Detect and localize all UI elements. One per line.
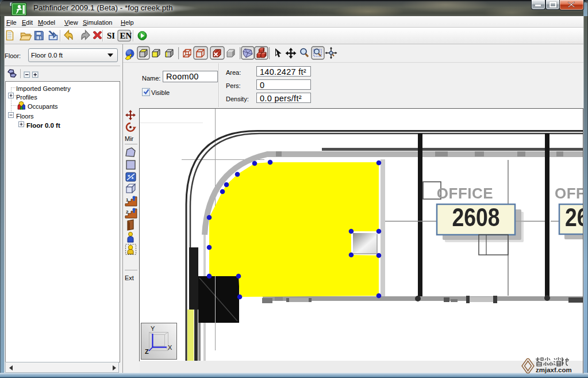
svg-text:OFFIC: OFFIC — [555, 185, 583, 202]
svg-text:OFFICE: OFFICE — [437, 185, 493, 202]
svg-text:EN: EN — [120, 31, 132, 40]
svg-text:X: X — [168, 344, 172, 351]
svg-text:26: 26 — [565, 203, 583, 232]
svg-text:Y: Y — [151, 325, 155, 332]
svg-text:1: 1 — [126, 197, 129, 203]
svg-text:2: 2 — [126, 209, 129, 215]
svg-text:2608: 2608 — [452, 203, 499, 232]
svg-text:Z: Z — [145, 348, 149, 355]
svg-text:SI: SI — [107, 31, 115, 40]
